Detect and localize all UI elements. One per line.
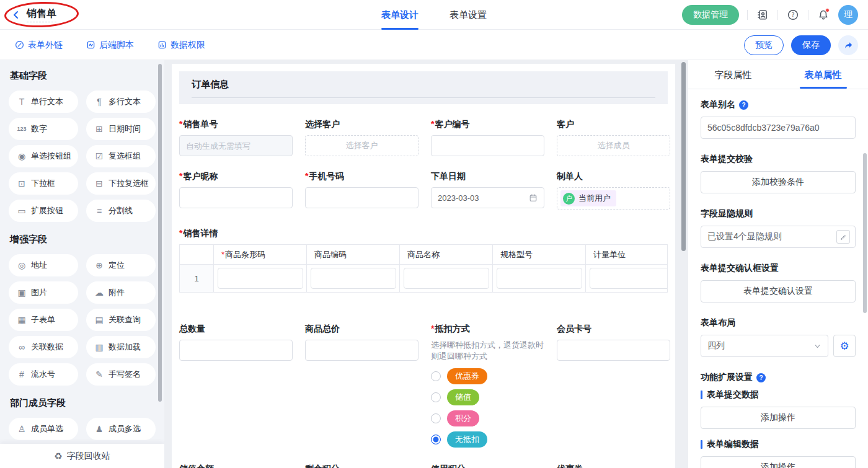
submit-confirm-settings-button[interactable]: 表单提交确认设置 (701, 280, 856, 302)
palette-item-signature[interactable]: ✎手写签名 (86, 363, 156, 386)
palette-item-single-line-text[interactable]: T单行文本 (9, 91, 78, 113)
radio-option-no-deduct[interactable]: 无抵扣 (431, 431, 544, 448)
order-date-picker[interactable]: 2023-03-03 (431, 187, 544, 208)
field-total-qty[interactable]: 总数量 (179, 322, 293, 448)
tab-field-properties[interactable]: 字段属性 (688, 60, 778, 89)
field-customer[interactable]: 客户 选择成员 (557, 118, 670, 156)
back-area[interactable]: 销售单 (11, 0, 56, 30)
creator-picker[interactable]: 户 当前用户 (557, 187, 670, 210)
visibility-rules-box[interactable]: 已设置4个显隐规则 (701, 226, 856, 248)
backend-script-item[interactable]: 后端脚本 (86, 40, 134, 51)
field-total-price[interactable]: 商品总价 (305, 322, 418, 448)
phone-input[interactable] (305, 187, 418, 208)
barcode-input[interactable] (218, 268, 303, 289)
spec-input[interactable] (497, 268, 582, 289)
customer-no-input[interactable] (431, 135, 544, 156)
product-name-input[interactable] (404, 268, 489, 289)
add-edit-action-button[interactable]: 添加操作 (701, 456, 856, 468)
palette-item-select[interactable]: ⊡下拉框 (9, 172, 78, 195)
sidebar-scrollbar[interactable] (158, 64, 162, 402)
radio-option-stored-value[interactable]: 储值 (431, 389, 544, 405)
palette-item-checkbox-group[interactable]: ☑复选框组 (86, 145, 156, 167)
palette-item-attachment[interactable]: ☁附件 (86, 281, 156, 304)
tab-form-properties[interactable]: 表单属性 (778, 60, 868, 89)
save-button[interactable]: 保存 (791, 35, 831, 55)
form-alias-input[interactable] (701, 117, 856, 139)
col-header-product-code: 商品编码 (307, 245, 400, 265)
header-actions: 数据管理 ? 理 (682, 0, 858, 30)
layout-gear-button[interactable]: ⚙ (833, 335, 856, 357)
customer-member-picker[interactable]: 选择成员 (557, 135, 670, 156)
field-creator[interactable]: 制单人 户 当前用户 (557, 170, 670, 210)
top-header: 销售单 表单设计 表单设置 数据管理 ? 理 (0, 0, 868, 30)
tab-form-settings[interactable]: 表单设置 (450, 0, 487, 30)
palette-item-member-single[interactable]: ♙成员单选 (9, 418, 78, 440)
form-canvas: 订单信息 销售单号 选择客户 选择客户 客户编号 (164, 60, 688, 468)
field-customer-no[interactable]: 客户编号 (431, 118, 544, 156)
palette-item-number[interactable]: 123数字 (9, 118, 78, 140)
palette-item-extend-button[interactable]: ▭扩展按钮 (9, 200, 78, 222)
palette-item-radio-group[interactable]: ◉单选按钮组 (9, 145, 78, 167)
radio-option-coupon[interactable]: 优惠券 (431, 368, 544, 384)
palette-item-linked-data[interactable]: ∞关联数据 (9, 336, 78, 358)
current-user-label: 当前用户 (578, 193, 611, 204)
palette-item-datetime[interactable]: ⊞日期时间 (86, 118, 156, 140)
data-manage-button[interactable]: 数据管理 (682, 5, 739, 25)
form-alias-label: 表单别名 (701, 99, 735, 110)
total-price-input[interactable] (305, 340, 418, 361)
palette-item-divider-line[interactable]: ≡分割线 (86, 200, 156, 222)
share-button[interactable] (838, 35, 858, 55)
palette-item-serial-number[interactable]: #流水号 (9, 363, 78, 386)
unit-input[interactable] (590, 268, 668, 289)
notification-bell-icon[interactable] (817, 8, 830, 22)
radio-option-points[interactable]: 积分 (431, 410, 544, 426)
field-member-card[interactable]: 会员卡号 (557, 322, 670, 448)
palette-item-data-load[interactable]: ▥数据加载 (86, 336, 156, 358)
canvas-scrollbar[interactable] (681, 62, 686, 251)
help-icon[interactable]: ? (786, 8, 800, 22)
current-user-tag: 户 当前用户 (560, 190, 616, 206)
preview-button[interactable]: 预览 (744, 35, 784, 55)
form-title[interactable]: 销售单 (27, 7, 56, 22)
palette-item-location[interactable]: ⊕定位 (86, 254, 156, 276)
field-recycle-bin[interactable]: ♻ 字段回收站 (0, 444, 164, 468)
external-link-item[interactable]: 表单外链 (15, 40, 63, 51)
user-icon: 户 (563, 193, 575, 205)
field-deduct-mode[interactable]: 抵扣方式 选择哪种抵扣方式，退货退款时则退回哪种方式 优惠券 储值 (431, 322, 544, 448)
group-header[interactable]: 订单信息 (179, 71, 668, 104)
layout-select[interactable]: 四列 (701, 335, 828, 357)
total-qty-input[interactable] (179, 340, 293, 361)
customer-nick-input[interactable] (179, 187, 293, 208)
add-validate-condition-button[interactable]: 添加校验条件 (701, 171, 856, 193)
address-book-icon[interactable] (756, 8, 769, 22)
member-card-input[interactable] (557, 340, 670, 361)
field-order-date[interactable]: 下单日期 2023-03-03 (431, 170, 544, 210)
choose-customer-picker[interactable]: 选择客户 (305, 135, 418, 156)
help-icon[interactable]: ? (739, 100, 748, 110)
product-code-input[interactable] (311, 268, 396, 289)
edit-icon[interactable] (836, 230, 850, 244)
form-layout-group: 表单布局 四列 ⚙ (701, 317, 856, 357)
field-sale-no[interactable]: 销售单号 (179, 118, 293, 156)
help-icon[interactable]: ? (756, 373, 766, 382)
avatar[interactable]: 理 (838, 5, 858, 25)
palette-item-multi-select[interactable]: ⊟下拉复选框 (86, 172, 156, 195)
field-choose-customer[interactable]: 选择客户 选择客户 (305, 118, 418, 156)
palette-item-subform[interactable]: ▦子表单 (9, 309, 78, 331)
field-customer-nick[interactable]: 客户昵称 (179, 170, 293, 210)
data-permission-item[interactable]: 数据权限 (157, 40, 205, 51)
sale-no-input[interactable] (179, 135, 293, 156)
palette-item-member-multi[interactable]: ♟成员多选 (86, 418, 156, 440)
tab-form-design[interactable]: 表单设计 (381, 0, 418, 30)
palette-item-multi-line-text[interactable]: ¶多行文本 (86, 91, 156, 113)
field-label: 客户昵称 (179, 170, 293, 182)
field-phone[interactable]: 手机号码 (305, 170, 418, 210)
add-submit-action-button[interactable]: 添加操作 (701, 407, 856, 429)
palette-item-address[interactable]: ◎地址 (9, 254, 78, 276)
palette-item-linked-query[interactable]: ▤关联查询 (86, 309, 156, 331)
palette-item-image[interactable]: ▣图片 (9, 281, 78, 304)
multi-select-icon: ⊟ (94, 179, 104, 188)
basic-fields-grid: T单行文本 ¶多行文本 123数字 ⊞日期时间 ◉单选按钮组 ☑复选框组 ⊡下拉… (9, 91, 156, 222)
panel-scrollbar[interactable] (863, 153, 867, 313)
back-chevron-icon[interactable] (11, 10, 21, 20)
